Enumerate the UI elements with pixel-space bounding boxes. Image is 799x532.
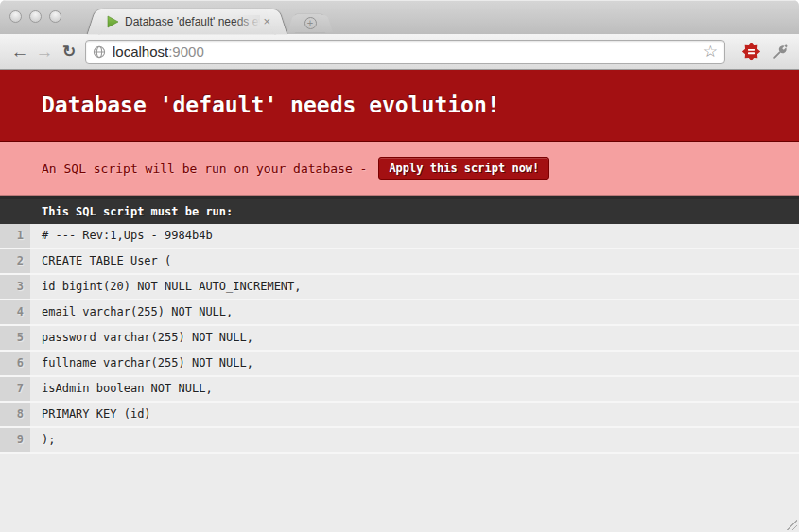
url-text[interactable]: localhost:9000 bbox=[113, 43, 703, 60]
globe-icon bbox=[93, 45, 106, 59]
line-code: fullname varchar(255) NOT NULL, bbox=[42, 356, 253, 369]
script-line-row: 2 CREATE TABLE User ( bbox=[0, 249, 799, 275]
line-number: 5 bbox=[0, 326, 30, 350]
traffic-lights bbox=[9, 10, 61, 23]
window-zoom-button[interactable] bbox=[49, 10, 61, 23]
script-line-row: 8 PRIMARY KEY (id) bbox=[0, 403, 799, 428]
line-code: password varchar(255) NOT NULL, bbox=[42, 331, 253, 344]
window-close-button[interactable] bbox=[9, 10, 22, 23]
line-code: id bigint(20) NOT NULL AUTO_INCREMENT, bbox=[42, 280, 302, 293]
line-number: 3 bbox=[0, 275, 30, 299]
line-number: 9 bbox=[0, 428, 30, 452]
script-line-row: 4 email varchar(255) NOT NULL, bbox=[0, 300, 799, 326]
line-code: PRIMARY KEY (id) bbox=[42, 407, 151, 420]
detail-text: An SQL script will be run on your databa… bbox=[42, 162, 367, 176]
line-code: # --- Rev:1,Ups - 9984b4b bbox=[42, 229, 213, 242]
line-code: ); bbox=[42, 433, 55, 446]
browser-toolbar: ← → ↻ localhost:9000 ☆ bbox=[0, 34, 799, 70]
reload-button[interactable]: ↻ bbox=[57, 40, 81, 64]
script-line-row: 6 fullname varchar(255) NOT NULL, bbox=[0, 352, 799, 377]
line-code: email varchar(255) NOT NULL, bbox=[42, 305, 233, 318]
detail-bar: An SQL script will be run on your databa… bbox=[0, 142, 799, 196]
extension-button[interactable] bbox=[739, 41, 762, 63]
script-line-row: 5 password varchar(255) NOT NULL, bbox=[0, 326, 799, 352]
back-button[interactable]: ← bbox=[8, 40, 32, 64]
line-number: 8 bbox=[0, 403, 30, 426]
tab-strip: Database 'default' needs evol × + bbox=[0, 0, 799, 34]
tab-title: Database 'default' needs evol bbox=[125, 15, 260, 28]
address-bar[interactable]: localhost:9000 ☆ bbox=[85, 40, 725, 64]
line-number: 7 bbox=[0, 377, 30, 401]
script-line-row: 3 id bigint(20) NOT NULL AUTO_INCREMENT, bbox=[0, 275, 799, 300]
apply-script-button[interactable]: Apply this script now! bbox=[378, 157, 549, 180]
script-header-bar: This SQL script must be run: bbox=[0, 196, 799, 224]
new-tab-button[interactable]: + bbox=[295, 14, 325, 32]
url-port: :9000 bbox=[168, 43, 204, 60]
plus-icon: + bbox=[304, 17, 317, 29]
window-minimize-button[interactable] bbox=[29, 10, 42, 23]
script-line-row: 9 ); bbox=[0, 428, 799, 454]
line-number: 2 bbox=[0, 249, 30, 273]
window-resize-handle[interactable] bbox=[785, 518, 797, 530]
page-title: Database 'default' needs evolution! bbox=[42, 93, 757, 117]
forward-button[interactable]: → bbox=[32, 40, 57, 64]
line-number: 4 bbox=[0, 300, 30, 324]
line-code: isAdmin boolean NOT NULL, bbox=[42, 382, 213, 395]
red-starburst-icon bbox=[741, 42, 761, 61]
url-host: localhost bbox=[113, 43, 168, 60]
error-banner: Database 'default' needs evolution! bbox=[0, 70, 799, 142]
script-line-row: 7 isAdmin boolean NOT NULL, bbox=[0, 377, 799, 403]
line-code: CREATE TABLE User ( bbox=[42, 254, 171, 267]
sql-script-listing: 1 # --- Rev:1,Ups - 9984b4b 2 CREATE TAB… bbox=[0, 224, 799, 454]
script-line-row: 1 # --- Rev:1,Ups - 9984b4b bbox=[0, 224, 799, 249]
line-number: 1 bbox=[0, 224, 30, 248]
active-tab[interactable]: Database 'default' needs evol × bbox=[98, 9, 276, 34]
page-background bbox=[0, 454, 799, 532]
line-number: 6 bbox=[0, 352, 30, 375]
script-header-label: This SQL script must be run: bbox=[42, 205, 233, 218]
wrench-icon bbox=[767, 38, 793, 64]
settings-menu-button[interactable] bbox=[769, 41, 791, 63]
browser-window: Database 'default' needs evol × + ← → ↻ … bbox=[0, 0, 799, 532]
play-framework-icon bbox=[106, 15, 119, 28]
bookmark-star-icon[interactable]: ☆ bbox=[703, 43, 718, 60]
tab-close-icon[interactable]: × bbox=[263, 15, 270, 27]
